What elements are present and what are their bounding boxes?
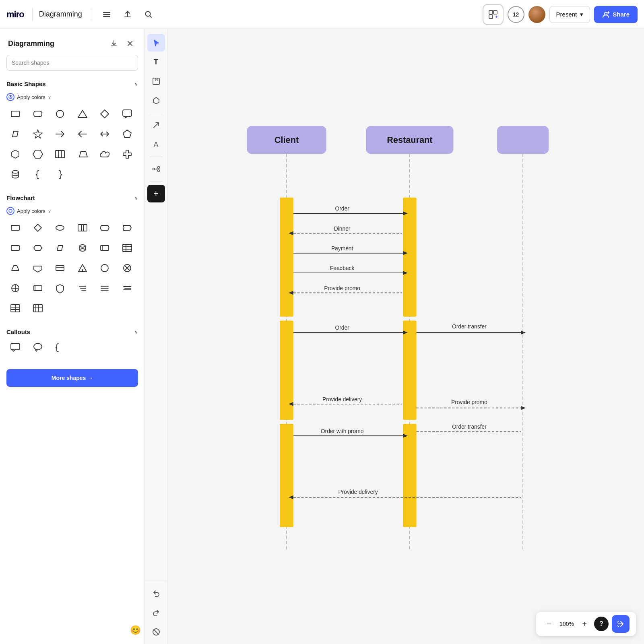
shape-parallelogram[interactable] bbox=[6, 125, 24, 143]
flowchart-apply-colors[interactable]: Apply colors ∨ bbox=[6, 204, 138, 219]
fc-rect5[interactable] bbox=[29, 279, 47, 297]
fc-rect4[interactable] bbox=[51, 259, 69, 277]
menu-button[interactable] bbox=[99, 6, 115, 23]
shape-diamond[interactable] bbox=[96, 105, 114, 123]
shape-columns[interactable] bbox=[51, 145, 69, 163]
search-input[interactable] bbox=[6, 55, 138, 71]
tool-text[interactable]: T bbox=[147, 53, 165, 71]
document-title[interactable]: Diagramming bbox=[39, 10, 82, 19]
tool-cursor[interactable] bbox=[147, 34, 165, 52]
shape-brace-open[interactable] bbox=[29, 165, 47, 183]
tool-arrow[interactable] bbox=[147, 116, 165, 134]
shape-arrow-right[interactable] bbox=[51, 125, 69, 143]
sidebar-download-button[interactable] bbox=[107, 37, 120, 50]
fc-table2[interactable] bbox=[29, 299, 47, 317]
tool-add[interactable]: + bbox=[147, 185, 165, 202]
shape-callout[interactable] bbox=[118, 105, 136, 123]
sidebar-close-button[interactable] bbox=[124, 37, 136, 50]
tool-redo[interactable] bbox=[147, 604, 165, 621]
msg-delivery2-label: Provide delivery bbox=[339, 489, 378, 495]
fc-grid[interactable] bbox=[118, 239, 136, 257]
canvas-area[interactable]: Client Restaurant Order Dinner Payment F… bbox=[167, 29, 644, 644]
tool-undo[interactable] bbox=[147, 584, 165, 602]
shape-rectangle[interactable] bbox=[6, 105, 24, 123]
flowchart-header[interactable]: Flowchart ∨ bbox=[6, 191, 138, 204]
zoom-in-button[interactable]: + bbox=[578, 617, 591, 630]
shape-hexagon[interactable] bbox=[6, 145, 24, 163]
help-button[interactable]: ? bbox=[594, 617, 609, 631]
shape-arrow-left[interactable] bbox=[74, 125, 91, 143]
zoom-out-button[interactable]: − bbox=[543, 617, 555, 630]
basic-shapes-header[interactable]: Basic Shapes ∨ bbox=[6, 77, 138, 91]
shape-rounded-rectangle[interactable] bbox=[29, 105, 47, 123]
fc-shield[interactable] bbox=[51, 279, 69, 297]
callout-round[interactable] bbox=[29, 339, 47, 356]
activation-client-3 bbox=[280, 424, 293, 527]
shape-triangle[interactable] bbox=[74, 105, 91, 123]
svg-point-28 bbox=[101, 264, 108, 272]
ai-assist-button[interactable] bbox=[612, 615, 630, 633]
share-label: Share bbox=[613, 11, 630, 18]
svg-rect-6 bbox=[489, 15, 493, 19]
shape-cylinder[interactable] bbox=[6, 165, 24, 183]
fc-columns2[interactable] bbox=[74, 219, 91, 237]
fc-trapezoid2[interactable] bbox=[6, 259, 24, 277]
fc-lines1[interactable] bbox=[74, 279, 91, 297]
basic-shapes-title: Basic Shapes bbox=[6, 80, 46, 87]
callouts-header[interactable]: Callouts ∨ bbox=[6, 325, 138, 339]
sidebar-header: Diagramming bbox=[0, 29, 144, 55]
fc-triangle2[interactable] bbox=[74, 259, 91, 277]
callout-rect[interactable] bbox=[6, 339, 24, 356]
fc-rectangle[interactable] bbox=[6, 219, 24, 237]
shape-arrow-both[interactable] bbox=[96, 125, 114, 143]
user-avatar[interactable] bbox=[528, 6, 545, 23]
svg-rect-25 bbox=[101, 246, 109, 250]
fc-pentagon2[interactable] bbox=[29, 259, 47, 277]
shape-trapezoid[interactable] bbox=[74, 145, 91, 163]
fc-parallelogram2[interactable] bbox=[51, 239, 69, 257]
share-button[interactable]: Share bbox=[594, 6, 638, 23]
search-button[interactable] bbox=[140, 6, 157, 23]
msg-order-promo-label: Order with promo bbox=[321, 428, 364, 434]
fc-lines2[interactable] bbox=[96, 279, 114, 297]
shape-pentagon[interactable] bbox=[118, 125, 136, 143]
fc-cross3[interactable] bbox=[6, 279, 24, 297]
tool-blocked[interactable] bbox=[147, 623, 165, 641]
more-shapes-button[interactable]: More shapes → bbox=[6, 369, 138, 387]
shape-hexagon2[interactable] bbox=[29, 145, 47, 163]
shape-star[interactable] bbox=[29, 125, 47, 143]
upload-button[interactable] bbox=[120, 6, 136, 23]
shape-circle[interactable] bbox=[51, 105, 69, 123]
svg-point-20 bbox=[56, 225, 64, 230]
tool-shape[interactable] bbox=[147, 92, 165, 109]
shapes-toggle-button[interactable] bbox=[483, 4, 504, 25]
collaborators-counter[interactable]: 12 bbox=[508, 6, 524, 23]
fc-cylinder2[interactable] bbox=[74, 239, 91, 257]
fc-display2[interactable] bbox=[118, 219, 136, 237]
fc-oval[interactable] bbox=[51, 219, 69, 237]
fc-rect3[interactable] bbox=[96, 239, 114, 257]
emoji-button[interactable]: 😊 bbox=[128, 623, 142, 638]
fc-diamond[interactable] bbox=[29, 219, 47, 237]
shape-cross[interactable] bbox=[118, 145, 136, 163]
fc-circle2[interactable] bbox=[96, 259, 114, 277]
callout-brace[interactable] bbox=[51, 339, 69, 356]
fc-display[interactable] bbox=[96, 219, 114, 237]
present-button[interactable]: Present ▾ bbox=[549, 6, 590, 23]
msg-order-label: Order bbox=[335, 205, 349, 212]
shape-brace-close[interactable] bbox=[51, 165, 69, 183]
flowchart-apply-colors-label: Apply colors bbox=[17, 208, 45, 214]
shape-cloud[interactable] bbox=[96, 145, 114, 163]
fc-cross2[interactable] bbox=[118, 259, 136, 277]
fc-lines3[interactable] bbox=[118, 279, 136, 297]
fc-rect2[interactable] bbox=[6, 239, 24, 257]
basic-shapes-apply-colors[interactable]: Apply colors ∨ bbox=[6, 91, 138, 105]
tool-sticky-note[interactable] bbox=[147, 72, 165, 90]
basic-shapes-chevron: ∨ bbox=[134, 81, 138, 87]
svg-rect-14 bbox=[123, 110, 132, 116]
fc-table[interactable] bbox=[6, 299, 24, 317]
fc-hexagon[interactable] bbox=[29, 239, 47, 257]
tool-connect[interactable] bbox=[147, 160, 165, 178]
apply-colors-chevron: ∨ bbox=[48, 95, 51, 100]
tool-text2[interactable]: A bbox=[147, 136, 165, 153]
